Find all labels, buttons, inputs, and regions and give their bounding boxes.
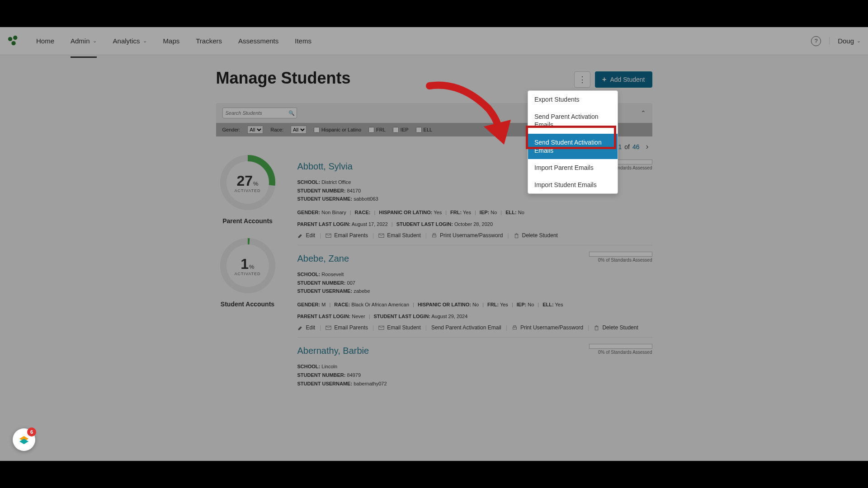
svg-rect-14 bbox=[513, 327, 516, 329]
race-filter-select[interactable]: All bbox=[291, 126, 307, 134]
student-accounts-donut: 1%ACTIVATED bbox=[218, 236, 277, 295]
floating-help-widget[interactable]: 6 bbox=[13, 428, 35, 451]
svg-point-2 bbox=[11, 41, 15, 45]
trash-icon bbox=[514, 233, 519, 239]
dropdown-import-student-emails[interactable]: Import Student Emails bbox=[528, 176, 618, 193]
nav-maps[interactable]: Maps bbox=[155, 33, 188, 48]
more-actions-button[interactable] bbox=[574, 71, 590, 88]
dropdown-import-parent-emails[interactable]: Import Parent Emails bbox=[528, 159, 618, 176]
accounts-sidebar: 27%ACTIVATED Parent Accounts 1%ACTIVATED… bbox=[216, 153, 279, 394]
svg-rect-15 bbox=[514, 325, 516, 327]
parent-accounts-label: Parent Accounts bbox=[222, 217, 273, 225]
svg-rect-16 bbox=[595, 327, 599, 330]
nav-admin[interactable]: Admin⌄ bbox=[62, 33, 105, 48]
student-accounts-label: Student Accounts bbox=[221, 300, 274, 308]
print-action[interactable]: Print Username/Password bbox=[431, 232, 503, 239]
kebab-icon bbox=[578, 75, 586, 84]
nav-items[interactable]: Items bbox=[287, 33, 320, 48]
collapse-filters-icon[interactable]: ⌃ bbox=[641, 109, 646, 117]
hispanic-filter[interactable]: Hispanic or Latino bbox=[314, 127, 361, 133]
search-input[interactable] bbox=[226, 110, 288, 116]
envelope-icon bbox=[378, 325, 384, 331]
page-next-icon[interactable]: › bbox=[646, 142, 649, 151]
print-action[interactable]: Print Username/Password bbox=[512, 324, 583, 331]
widget-badge: 6 bbox=[27, 427, 36, 436]
race-filter-label: Race: bbox=[270, 127, 283, 132]
gender-filter-select[interactable]: All bbox=[247, 126, 263, 134]
email-parents-action[interactable]: Email Parents bbox=[326, 232, 368, 239]
edit-action[interactable]: Edit bbox=[297, 232, 316, 239]
search-icon: 🔍 bbox=[288, 110, 295, 116]
chevron-down-icon: ⌄ bbox=[143, 38, 147, 44]
svg-rect-9 bbox=[432, 235, 436, 237]
pencil-icon bbox=[297, 325, 303, 331]
nav-trackers[interactable]: Trackers bbox=[188, 33, 230, 48]
nav-home[interactable]: Home bbox=[28, 33, 62, 48]
email-student-action[interactable]: Email Student bbox=[378, 232, 421, 239]
delete-action[interactable]: Delete Student bbox=[514, 232, 558, 239]
top-navigation: Home Admin⌄ Analytics⌄ Maps Trackers Ass… bbox=[0, 27, 868, 55]
email-student-action[interactable]: Email Student bbox=[378, 324, 421, 331]
dropdown-send-student-activation[interactable]: Send Student Activation Emails bbox=[528, 134, 618, 159]
search-box[interactable]: 🔍 bbox=[222, 108, 297, 118]
gender-filter-label: Gender: bbox=[222, 127, 241, 132]
printer-icon bbox=[512, 325, 518, 331]
svg-point-0 bbox=[8, 37, 12, 41]
standards-assessed: 0% of Standards Assessed bbox=[589, 252, 652, 263]
envelope-icon bbox=[378, 233, 384, 239]
edit-action[interactable]: Edit bbox=[297, 324, 316, 331]
chevron-down-icon: ⌄ bbox=[857, 38, 861, 44]
trash-icon bbox=[594, 325, 599, 331]
standards-assessed: 0% of Standards Assessed bbox=[589, 344, 652, 355]
parent-accounts-donut: 27%ACTIVATED bbox=[218, 153, 277, 212]
user-menu[interactable]: Doug⌄ bbox=[829, 37, 861, 45]
nav-analytics[interactable]: Analytics⌄ bbox=[105, 33, 155, 48]
page-current: 1 bbox=[618, 143, 622, 150]
dropdown-export-students[interactable]: Export Students bbox=[528, 91, 618, 108]
envelope-icon bbox=[326, 233, 331, 239]
student-card: Abebe, Zane 0% of Standards Assessed SCH… bbox=[297, 245, 652, 338]
ell-filter[interactable]: ELL bbox=[416, 127, 433, 133]
pencil-icon bbox=[297, 233, 303, 239]
nav-assessments[interactable]: Assessments bbox=[230, 33, 287, 48]
email-parents-action[interactable]: Email Parents bbox=[326, 324, 368, 331]
page-total[interactable]: 46 bbox=[632, 143, 640, 150]
svg-rect-10 bbox=[433, 233, 435, 235]
add-student-button[interactable]: +Add Student bbox=[595, 71, 652, 88]
student-card: Abernathy, Barbie 0% of Standards Assess… bbox=[297, 338, 652, 394]
help-icon[interactable]: ? bbox=[811, 36, 821, 46]
envelope-icon bbox=[326, 325, 331, 331]
svg-rect-11 bbox=[515, 235, 518, 238]
send-parent-activation-action[interactable]: Send Parent Activation Email bbox=[431, 324, 501, 331]
delete-action[interactable]: Delete Student bbox=[594, 324, 638, 331]
svg-point-1 bbox=[13, 35, 17, 39]
dropdown-send-parent-activation[interactable]: Send Parent Activation Emails bbox=[528, 108, 618, 133]
actions-dropdown: Export Students Send Parent Activation E… bbox=[528, 90, 618, 194]
plus-icon: + bbox=[602, 75, 606, 84]
frl-filter[interactable]: FRL bbox=[368, 127, 386, 133]
iep-filter[interactable]: IEP bbox=[393, 127, 409, 133]
printer-icon bbox=[431, 233, 437, 239]
app-logo bbox=[7, 35, 20, 47]
chevron-down-icon: ⌄ bbox=[93, 38, 97, 44]
